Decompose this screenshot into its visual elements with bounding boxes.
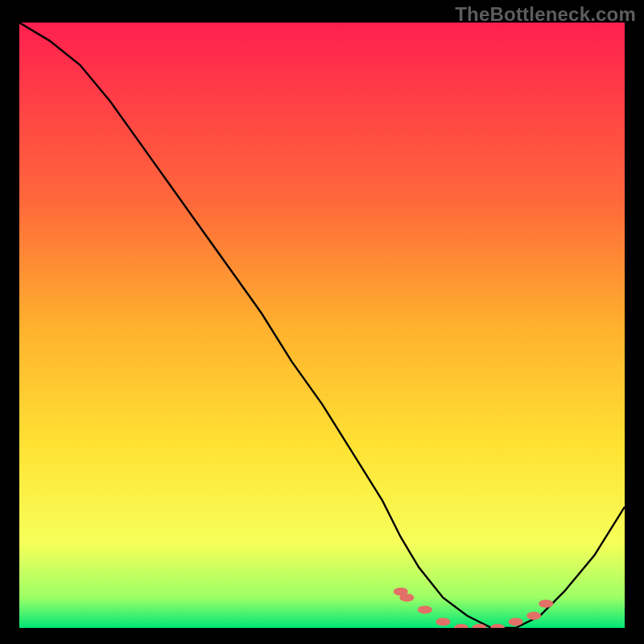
gradient-background — [19, 23, 625, 628]
curve-marker — [418, 605, 432, 613]
plot-area — [19, 23, 625, 628]
curve-marker — [436, 618, 450, 626]
bottleneck-chart — [19, 23, 625, 628]
curve-marker — [539, 600, 553, 608]
watermark-text: TheBottleneck.com — [455, 3, 636, 26]
curve-marker — [399, 593, 414, 601]
curve-marker — [509, 618, 523, 626]
chart-frame: TheBottleneck.com — [0, 0, 644, 644]
curve-marker — [526, 612, 541, 620]
